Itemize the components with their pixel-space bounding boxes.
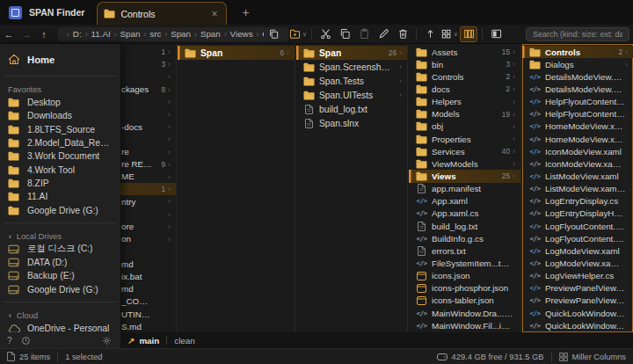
sidebar-item[interactable]: ∨ Local Drives [0,230,120,243]
file-row[interactable]: Properties › [409,133,520,145]
history-button[interactable] [21,336,31,346]
sidebar-item[interactable]: 3.Work Document [0,149,120,163]
paste-button[interactable] [355,26,373,42]
file-row[interactable]: </> MainWindow.Dra...ropHa... [409,307,520,319]
file-row[interactable]: </> HelpFlyoutContent.xaml.cs [522,108,633,120]
forward-button[interactable]: → [18,29,35,40]
file-row[interactable]: build_log.txt [296,102,407,116]
file-row[interactable]: ViewModels › [409,157,520,170]
sidebar-item[interactable]: 8.ZIP [0,177,120,190]
file-row[interactable]: </> DetailsModeView.xaml [522,70,633,83]
file-row[interactable]: </> LogEntryDisplay.cs [522,195,633,207]
file-row[interactable]: docs 2 › [409,83,520,95]
file-row[interactable]: Models 19 › [409,108,520,120]
sidebar-item[interactable] [4,76,116,76]
file-row[interactable]: </> FileSystemItem...teSelecto... [409,257,520,269]
tab-controls[interactable]: Controls × [97,2,227,25]
file-row[interactable]: </> MainWindow.Fil...ionHand... [409,319,520,331]
file-row[interactable]: </> App.xaml [409,195,520,207]
breadcrumb-item[interactable]: Span [120,29,141,39]
settings-button[interactable] [102,336,112,346]
sidebar-item[interactable]: 2.Model_Data_Renew [0,136,120,149]
file-row[interactable]: bin 3 › [409,58,520,70]
breadcrumb-item[interactable]: 11.AI [91,29,111,39]
up-button[interactable]: ↑ [35,29,53,40]
sidebar-item[interactable]: OneDrive - Personal [0,322,120,332]
sidebar-item[interactable]: Backup (E:) [0,269,120,282]
file-row[interactable]: </> PreviewPanelView.xaml [522,282,633,295]
breadcrumb-item[interactable]: Views [230,29,253,39]
file-row[interactable]: Controls 2 › [409,70,520,83]
view-options-button[interactable]: ∨ [440,26,458,42]
sidebar-item[interactable]: Home [0,48,120,70]
file-row[interactable]: </> PreviewPanelView.xaml.cs [522,295,633,307]
file-row[interactable]: </> DetailsModeView.xaml.cs [522,83,633,95]
preview-panel-button[interactable] [487,26,505,42]
sidebar-item[interactable]: 11.AI [0,190,120,203]
file-row[interactable]: Span.slnx [296,116,407,130]
file-row[interactable]: </> HomeModeView.xaml.cs [522,133,633,145]
sidebar-item[interactable]: ∨ Cloud [0,309,120,322]
file-row[interactable]: Span.Tests › [296,74,407,88]
file-row[interactable]: </> QuickLookWindow.xaml [522,307,633,319]
sidebar-item[interactable]: 4.Work Tool [0,163,120,176]
file-row[interactable]: Helpers › [409,96,520,108]
delete-button[interactable] [394,26,411,42]
file-row[interactable]: Span 26 › [296,46,407,60]
file-row[interactable]: </> ListModeView.xaml.cs [522,183,633,195]
file-row[interactable]: </> HelpFlyoutContent.xaml [522,96,633,108]
copy-path-button[interactable] [265,26,282,42]
tab-close-button[interactable]: × [208,9,220,19]
file-row[interactable]: Span 6 › [178,46,295,60]
file-row[interactable]: </> ListModeView.xaml [522,170,633,182]
sidebar-item[interactable] [4,302,116,302]
cut-button[interactable] [316,26,334,42]
column-src[interactable]: Span 6 › [178,44,295,332]
file-row[interactable]: Services 40 › [409,145,520,157]
file-row[interactable]: Dialogs › [522,58,633,70]
file-row[interactable]: </> BuildInfo.g.cs [409,232,520,244]
file-row[interactable]: </> LogViewHelper.cs [522,270,633,282]
sidebar-item[interactable]: Downloads [0,109,120,122]
sidebar-item[interactable]: 1.8LTFS_Source [0,123,120,136]
file-row[interactable]: Span.ScreenshotAnaly... › [296,60,407,74]
file-row[interactable]: icons.json [409,270,520,282]
file-row[interactable]: obj › [409,120,520,133]
file-row[interactable]: errors.txt [409,244,520,257]
file-row[interactable]: </> App.xaml.cs [409,207,520,220]
search-input[interactable] [526,27,629,41]
sidebar-item[interactable]: DATA (D:) [0,256,120,269]
file-row[interactable]: Controls 2 › [522,46,633,58]
sidebar-item[interactable]: Google Drive (G:) [0,203,120,216]
file-row[interactable]: </> QuickLookWindow.xaml.cs [522,319,633,331]
file-row[interactable]: </> LogFlyoutContent.xaml [522,220,633,232]
column-span-project[interactable]: Assets 15 › bin 3 › Controls 2 › [409,44,521,332]
column-views-focused[interactable]: Controls 2 › Dialogs › </> DetailsModeVi… [522,44,633,332]
sidebar-item[interactable]: Desktop [0,96,120,109]
file-row[interactable]: </> IconModeView.xaml.cs [522,157,633,170]
file-row[interactable]: </> LogModeView.xaml [522,244,633,257]
file-row[interactable]: icons-tabler.json [409,295,520,307]
sidebar-item[interactable]: Google Drive (G:) [0,283,120,296]
help-button[interactable]: ? [7,336,12,346]
sort-button[interactable] [421,26,439,42]
git-status[interactable]: ↗ main clean [120,332,195,348]
file-row[interactable]: Span.UITests › [296,88,407,102]
sidebar-item[interactable]: Favorites [0,84,120,96]
copy-button[interactable] [336,26,353,42]
new-folder-button[interactable]: ∨ [289,26,307,42]
breadcrumb-item[interactable]: Span [171,29,191,39]
new-tab-button[interactable]: + [237,5,253,19]
file-row[interactable]: </> HomeModeView.xaml [522,120,633,133]
file-row[interactable]: app.manifest [409,183,520,195]
file-row[interactable]: icons-phosphor.json [409,282,520,295]
rename-button[interactable] [375,26,392,42]
file-row[interactable]: </> LogFlyoutContent.xaml.cs [522,232,633,244]
file-row[interactable]: </> LogModeView.xaml.cs [522,257,633,269]
breadcrumb-item[interactable]: D: [73,29,82,39]
sidebar-item[interactable] [4,222,116,223]
file-row[interactable]: Views 25 › [409,170,520,182]
breadcrumb-item[interactable]: src [149,29,161,39]
view-mode-label[interactable]: Miller Columns [572,353,626,361]
file-row[interactable]: Assets 15 › [409,46,520,58]
